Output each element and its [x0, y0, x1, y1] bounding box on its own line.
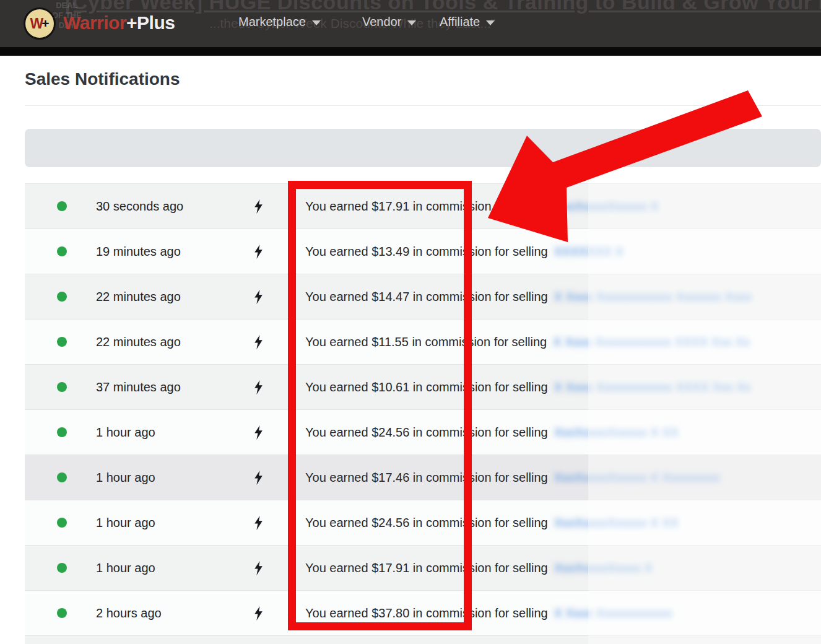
heading-divider	[25, 105, 821, 106]
table-header-bar	[25, 129, 821, 167]
background-banner-title: [Cyber Week] HUGE Discounts on Tools & T…	[65, 0, 821, 14]
nav-marketplace[interactable]: Marketplace	[238, 15, 321, 29]
notification-message: You earned $17.46 in commission for sell…	[305, 471, 548, 484]
chevron-down-icon	[407, 20, 416, 25]
notification-row: 1 hour ago You earned $24.56 in commissi…	[25, 410, 821, 455]
header-bottom-border	[0, 47, 821, 56]
nav-marketplace-label: Marketplace	[238, 15, 306, 29]
bolt-icon	[254, 471, 263, 485]
notifications-table: 30 seconds ago You earned $17.91 in comm…	[25, 183, 821, 636]
notification-message: You earned $24.56 in commission for sell…	[305, 516, 548, 529]
notification-time: 22 minutes ago	[87, 290, 235, 304]
status-dot-icon	[57, 201, 67, 211]
notification-message: You earned $10.61 in commission for sell…	[305, 380, 548, 394]
bolt-icon	[254, 425, 263, 440]
status-dot-icon	[57, 472, 67, 482]
bolt-icon	[254, 516, 263, 530]
nav-affiliate[interactable]: Affiliate	[440, 15, 495, 29]
notification-time: 1 hour ago	[87, 516, 235, 530]
bolt-icon	[254, 335, 263, 349]
page: DEALOF THEDAY [Cyber Week] HUGE Discount…	[0, 0, 821, 644]
brand-warrior: Warrior	[63, 12, 126, 33]
notification-time: 1 hour ago	[87, 471, 235, 485]
notification-time: 22 minutes ago	[87, 335, 235, 349]
notification-row: 22 minutes ago You earned $11.55 in comm…	[25, 320, 821, 365]
chevron-down-icon	[486, 20, 495, 25]
partial-next-row	[25, 635, 821, 644]
notification-message: You earned $24.56 in commission for sell…	[305, 425, 548, 439]
notification-time: 1 hour ago	[87, 425, 235, 440]
notification-time: 30 seconds ago	[87, 199, 235, 214]
nav-affiliate-label: Affiliate	[440, 15, 480, 29]
product-link[interactable]: XxxXxxxxXxxxxx X XX	[554, 425, 679, 439]
warriorplus-logo[interactable]: W+	[24, 7, 56, 40]
notification-message: You earned $37.80 in commission for sell…	[305, 606, 548, 620]
notification-message: You earned $17.91 in commission for sell…	[305, 561, 548, 575]
status-dot-icon	[57, 292, 67, 302]
bolt-icon	[254, 245, 263, 259]
page-title: Sales Notifications	[25, 69, 180, 89]
notification-row: 37 minutes ago You earned $10.61 in comm…	[25, 365, 821, 410]
status-dot-icon	[57, 337, 67, 347]
product-link[interactable]: X Xxxx Xxxxxxxxxxxx XXXX Xxx Xx	[554, 380, 751, 394]
notification-row: 1 hour ago You earned $17.91 in commissi…	[25, 546, 821, 591]
notification-row: 19 minutes ago You earned $13.49 in comm…	[25, 229, 821, 274]
brand-plus: +Plus	[126, 12, 175, 33]
status-dot-icon	[57, 382, 67, 392]
nav-vendor[interactable]: Vendor	[362, 15, 416, 29]
bolt-icon	[254, 199, 263, 214]
product-link[interactable]: X Xxxx Xxxxxxxxxxxx XXXX Xxx Xx	[553, 335, 750, 349]
notification-row: 30 seconds ago You earned $17.91 in comm…	[25, 184, 821, 229]
brand-wordmark[interactable]: Warrior+Plus	[63, 12, 175, 33]
chevron-down-icon	[312, 20, 321, 25]
status-dot-icon	[57, 518, 67, 528]
product-link[interactable]: XxxXxxxxXxxxxx X XX	[554, 516, 679, 529]
notification-row: 22 minutes ago You earned $14.47 in comm…	[25, 274, 821, 320]
notification-time: 1 hour ago	[87, 561, 235, 575]
product-link[interactable]: X Xxxx Xxxxxxxxxxxx	[554, 606, 672, 620]
bolt-icon	[254, 606, 263, 620]
bolt-icon	[254, 561, 263, 575]
product-link[interactable]: XxxXxxxxXxxxxx X Xxxxxxxxx	[554, 471, 720, 484]
nav-vendor-label: Vendor	[362, 15, 401, 29]
notification-time: 37 minutes ago	[87, 380, 235, 394]
notification-row: 2 hours ago You earned $37.80 in commiss…	[25, 591, 821, 636]
status-dot-icon	[57, 246, 67, 256]
status-dot-icon	[57, 563, 67, 573]
notification-message: You earned $14.47 in commission for sell…	[305, 290, 548, 303]
product-link[interactable]: X Xxxx Xxxxxxxxxxxx Xxxxxxx Xxxx	[554, 290, 752, 303]
notification-message: You earned $17.91 in commission for sell…	[305, 199, 548, 213]
status-dot-icon	[57, 608, 67, 618]
notification-time: 2 hours ago	[87, 606, 235, 620]
notification-message: You earned $11.55 in commission for sell…	[305, 335, 547, 349]
notification-time: 19 minutes ago	[87, 245, 235, 259]
product-link[interactable]: XXXXXXX X	[554, 245, 623, 258]
notification-message: You earned $13.49 in commission for sell…	[305, 245, 548, 258]
bolt-icon	[254, 290, 263, 304]
bolt-icon	[254, 380, 263, 394]
status-dot-icon	[57, 427, 67, 437]
logo-w-glyph: W	[30, 15, 43, 32]
product-link[interactable]: XxxXxxxxXxxxxx X	[554, 199, 659, 213]
notification-row: 1 hour ago You earned $17.46 in commissi…	[25, 455, 821, 500]
logo-plus-glyph: +	[41, 16, 49, 31]
notification-row: 1 hour ago You earned $24.56 in commissi…	[25, 500, 821, 546]
product-link[interactable]: XxxXxxxxXxxxx X	[554, 561, 653, 575]
